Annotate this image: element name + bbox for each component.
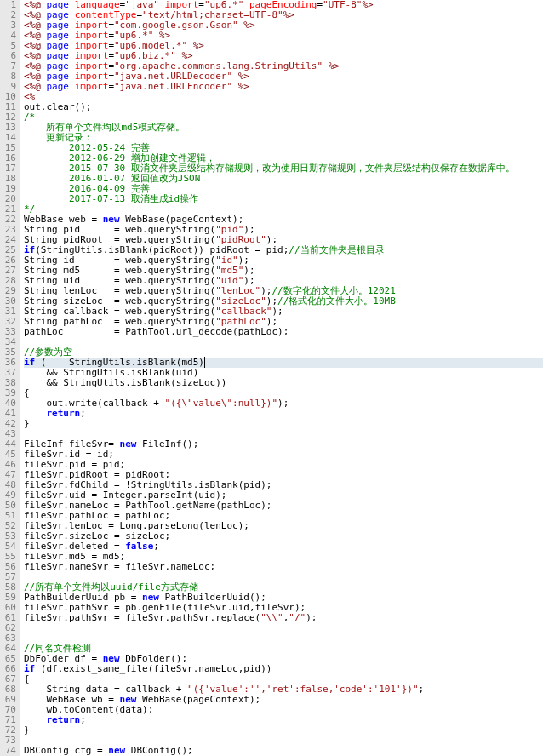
code-line[interactable] (24, 337, 543, 347)
code-line[interactable]: return; (24, 409, 543, 419)
code-line[interactable]: } (24, 419, 543, 429)
line-number: 74 (3, 746, 16, 756)
code-line[interactable]: wb.toContent(data); (24, 705, 543, 715)
code-line[interactable]: 2017-07-13 取消生成id操作 (24, 194, 543, 204)
code-line[interactable]: out.clear(); (24, 102, 543, 112)
code-line[interactable]: fileSvr.nameSvr = fileSvr.nameLoc; (24, 562, 543, 572)
code-line[interactable]: DBConfig cfg = new DBConfig(); (24, 746, 543, 756)
code-line[interactable]: <% (24, 92, 543, 102)
code-line[interactable]: out.write(callback + "({\"value\":null})… (24, 398, 543, 409)
code-line[interactable]: && StringUtils.isBlank(sizeLoc)) (24, 378, 543, 388)
line-number-gutter: 1234567891011121314151617181920212223242… (0, 0, 20, 756)
code-line[interactable]: if (df.exist_same_file(fileSvr.nameLoc,p… (24, 664, 543, 674)
code-editor[interactable]: <%@ page language="java" import="up6.*" … (20, 0, 543, 756)
code-line[interactable]: } (24, 725, 543, 736)
code-line[interactable] (24, 623, 543, 633)
code-line[interactable]: return; (24, 715, 543, 725)
code-line[interactable]: 所有单个文件均以md5模式存储。 (24, 123, 543, 133)
code-line[interactable]: pathLoc = PathTool.url_decode(pathLoc); (24, 327, 543, 337)
code-line[interactable]: fileSvr.pathSvr = fileSvr.pathSvr.replac… (24, 613, 543, 623)
code-line[interactable]: <%@ page import="java.net.URLEncoder" %> (24, 82, 543, 92)
code-line[interactable] (24, 633, 543, 644)
